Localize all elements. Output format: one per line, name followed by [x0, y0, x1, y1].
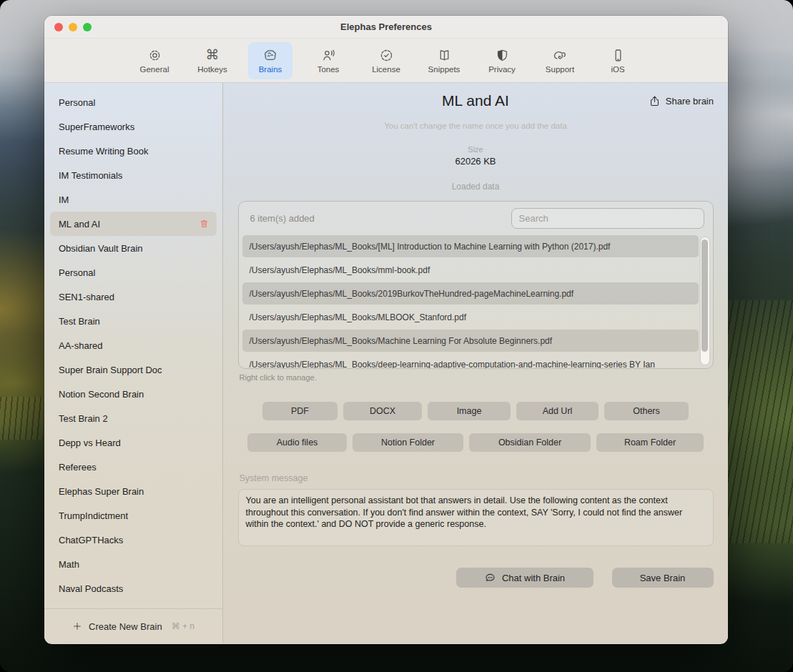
share-brain-label: Share brain	[666, 96, 714, 107]
sidebar-item[interactable]: Depp vs Heard	[50, 430, 217, 455]
share-brain-button[interactable]: Share brain	[639, 95, 714, 107]
sidebar-item[interactable]: Resume Writing Book	[50, 139, 217, 163]
sidebar-item-selected[interactable]: ML and AI	[50, 212, 217, 236]
scrollbar-thumb[interactable]	[701, 239, 708, 352]
sidebar-item[interactable]: ChatGPTHacks	[50, 528, 217, 552]
minimize-button[interactable]	[69, 23, 77, 31]
tab-label: Snippets	[428, 65, 460, 74]
tab-tones[interactable]: Tones	[306, 42, 350, 79]
shield-icon	[495, 47, 510, 63]
tab-label: Support	[546, 65, 574, 74]
sidebar-item[interactable]: IM Testimonials	[50, 163, 217, 187]
sidebar-item[interactable]: Notion Second Brain	[50, 382, 217, 406]
loaded-data-label: Loaded data	[223, 182, 728, 192]
search-input[interactable]	[511, 208, 704, 229]
person-wave-icon	[321, 47, 336, 63]
system-message-label: System message	[238, 473, 714, 483]
add-docx-button[interactable]: DOCX	[343, 402, 422, 420]
checkmark-seal-icon	[379, 47, 394, 63]
brain-title: ML and AI	[312, 92, 639, 109]
size-label: Size	[223, 145, 728, 154]
add-audio-files-button[interactable]: Audio files	[247, 433, 347, 452]
brains-list: Personal SuperFrameworks Resume Writing …	[44, 83, 222, 608]
window-titlebar: Elephas Preferences	[44, 16, 728, 39]
sidebar-item[interactable]: Elephas Super Brain	[50, 479, 217, 503]
save-brain-button[interactable]: Save Brain	[612, 568, 714, 588]
elephant-icon	[552, 47, 568, 63]
sidebar-item[interactable]: Referees	[50, 455, 217, 479]
sidebar-item[interactable]: Naval Podcasts	[50, 576, 217, 601]
tab-privacy[interactable]: Privacy	[480, 42, 524, 79]
desktop: Elephas Preferences General ⌘ Hotkeys	[0, 0, 793, 672]
iphone-icon	[611, 47, 626, 63]
tab-label: Tones	[317, 65, 340, 74]
chat-with-brain-label: Chat with Brain	[502, 573, 565, 583]
tab-snippets[interactable]: Snippets	[422, 42, 466, 79]
delete-brain-icon[interactable]	[199, 219, 210, 229]
tab-label: Hotkeys	[197, 65, 227, 74]
file-row[interactable]: /Users/ayush/Elephas/ML_Books/deep-learn…	[242, 353, 699, 368]
chat-bubble-icon	[484, 572, 496, 584]
sidebar-item[interactable]: AA-shared	[50, 333, 217, 357]
sidebar-item[interactable]: Obsidian Vault Brain	[50, 236, 217, 260]
sidebar-item[interactable]: SEN1-shared	[50, 285, 217, 309]
add-roam-folder-button[interactable]: Roam Folder	[596, 433, 704, 452]
create-new-brain-button[interactable]: Create New Brain ⌘ + n	[44, 608, 222, 643]
share-icon	[649, 95, 661, 107]
sidebar-item[interactable]: Math	[50, 552, 217, 576]
sidebar-item[interactable]: IM	[50, 187, 217, 212]
tab-label: Brains	[259, 65, 282, 74]
sidebar-item[interactable]: Test Brain 2	[50, 406, 217, 430]
file-row[interactable]: /Users/ayush/Elephas/ML_Books/MLBOOK_Sta…	[242, 306, 699, 328]
brain-icon	[262, 47, 278, 63]
add-others-button[interactable]: Others	[604, 402, 689, 420]
book-icon	[437, 47, 452, 63]
sidebar-item-label: ML and AI	[59, 219, 100, 229]
tab-label: iOS	[611, 65, 624, 74]
file-row[interactable]: /Users/ayush/Elephas/ML_Books/[ML] Intro…	[242, 235, 699, 257]
add-pdf-button[interactable]: PDF	[262, 402, 338, 420]
gear-icon	[147, 47, 162, 63]
add-image-button[interactable]: Image	[428, 402, 511, 420]
system-message-input[interactable]: You are an intelligent personal assistan…	[238, 489, 714, 546]
traffic-lights	[54, 16, 92, 38]
close-button[interactable]	[54, 23, 63, 31]
sidebar-item[interactable]: SuperFrameworks	[50, 114, 217, 139]
add-notion-folder-button[interactable]: Notion Folder	[353, 433, 463, 452]
zoom-button[interactable]	[83, 23, 92, 31]
tab-support[interactable]: Support	[538, 42, 582, 79]
vineyard-rows-left	[0, 397, 43, 440]
file-row[interactable]: /Users/ayush/Elephas/ML_Books/2019Burkov…	[242, 282, 699, 305]
create-new-brain-label: Create New Brain	[89, 621, 162, 632]
tab-label: General	[140, 65, 169, 74]
file-row[interactable]: /Users/ayush/Elephas/ML_Books/Machine Le…	[242, 330, 699, 352]
sidebar-item[interactable]: Personal	[50, 260, 217, 285]
sidebar-item[interactable]: Test Brain	[50, 309, 217, 333]
add-url-button[interactable]: Add Url	[516, 402, 599, 420]
add-obsidian-folder-button[interactable]: Obsidian Folder	[469, 433, 591, 452]
tab-hotkeys[interactable]: ⌘ Hotkeys	[190, 42, 235, 79]
tab-label: Privacy	[488, 65, 516, 74]
sidebar-item[interactable]: Personal	[50, 90, 217, 114]
window-title: Elephas Preferences	[44, 21, 728, 32]
size-value: 62026 KB	[223, 156, 728, 167]
command-icon: ⌘	[206, 47, 220, 63]
brains-sidebar: Personal SuperFrameworks Resume Writing …	[44, 83, 223, 643]
loaded-data-list: 6 item(s) added /Users/ayush/Elephas/ML_…	[238, 201, 714, 369]
file-row[interactable]: /Users/ayush/Elephas/ML_Books/mml-book.p…	[242, 259, 699, 281]
chat-with-brain-button[interactable]: Chat with Brain	[456, 568, 593, 588]
brain-detail-panel: ML and AI Share brain You can't change t…	[223, 83, 728, 643]
sidebar-item[interactable]: Super Brain Support Doc	[50, 357, 217, 382]
tab-license[interactable]: License	[364, 42, 408, 79]
preferences-toolbar: General ⌘ Hotkeys Brains Tones	[44, 39, 728, 83]
scrollbar-track	[701, 237, 709, 365]
tab-label: License	[372, 65, 400, 74]
tab-brains[interactable]: Brains	[248, 42, 292, 79]
tab-ios[interactable]: iOS	[596, 42, 640, 79]
tab-general[interactable]: General	[132, 42, 177, 79]
sidebar-item[interactable]: TrumpIndictment	[50, 503, 217, 528]
name-note: You can't change the name once you add t…	[223, 122, 728, 130]
file-rows: /Users/ayush/Elephas/ML_Books/[ML] Intro…	[242, 235, 699, 368]
items-count-label: 6 item(s) added	[250, 213, 315, 224]
plus-icon	[72, 621, 82, 631]
